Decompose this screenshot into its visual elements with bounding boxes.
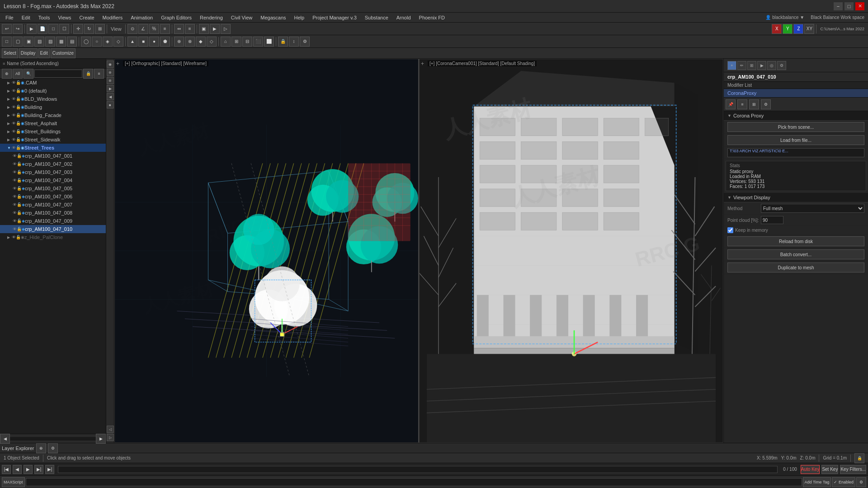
go-end-btn[interactable]: ▶|	[45, 465, 54, 474]
edit-tab[interactable]: Edit	[38, 48, 50, 58]
batch-convert-button[interactable]: Batch convert...	[727, 249, 864, 259]
tb2-btn18[interactable]: ◆	[196, 37, 206, 47]
undo-button[interactable]: ↩	[2, 24, 12, 34]
keep-in-memory-checkbox[interactable]	[727, 227, 733, 233]
spinner-snap[interactable]: ≡	[160, 24, 170, 34]
z-axis[interactable]: Z	[793, 24, 803, 34]
viewport-orthographic[interactable]: + [+] [Orthographic] [Standard] [Wirefra…	[114, 59, 419, 443]
menu-rendering[interactable]: Rendering	[196, 14, 226, 21]
menu-help[interactable]: Help	[291, 14, 308, 21]
side-tool-2[interactable]: ⊕	[107, 69, 114, 76]
tb2-btn3[interactable]: ▣	[24, 37, 33, 47]
tb2-btn5[interactable]: ▨	[45, 37, 55, 47]
lock-icon[interactable]: 🔓	[17, 227, 22, 231]
modifier-entry[interactable]: CoronaProxy	[724, 89, 868, 98]
move-tool[interactable]: ✛	[73, 24, 83, 34]
scene-item-building-facade[interactable]: ▶ 👁 🔓 ◉ Building_Facade	[0, 111, 106, 119]
play-btn[interactable]: ▶	[24, 465, 33, 474]
scene-item-crp005[interactable]: 👁 🔓 ◈ crp_AM100_047_005	[0, 184, 106, 192]
material-editor[interactable]: ▣	[199, 24, 209, 34]
layer-add-btn[interactable]: ⊕	[36, 443, 46, 453]
point-cloud-input[interactable]	[761, 216, 783, 224]
visibility-icon[interactable]: 👁	[13, 219, 17, 223]
scene-item-street-sidewalk[interactable]: ▶ 👁 🔓 ◉ Street_Sidewalk	[0, 136, 106, 144]
side-tool-3[interactable]: ⊗	[107, 77, 114, 84]
visibility-icon[interactable]: 👁	[13, 211, 17, 215]
rotate-tool[interactable]: ↻	[84, 24, 94, 34]
visibility-icon[interactable]: 👁	[12, 121, 16, 126]
menu-animation[interactable]: Animation	[127, 14, 156, 21]
maximize-button[interactable]: □	[844, 2, 854, 10]
search-btn[interactable]: 🔍	[24, 69, 33, 79]
scene-item-crp006[interactable]: 👁 🔓 ◈ crp_AM100_047_006	[0, 192, 106, 201]
sort-btn[interactable]: 🔒	[83, 69, 93, 79]
pin-btn[interactable]: 📌	[726, 99, 736, 109]
visibility-icon[interactable]: 👁	[13, 202, 17, 207]
side-tool-4[interactable]: ▶	[107, 85, 114, 92]
visibility-icon[interactable]: 👁	[12, 97, 16, 101]
horizontal-scrollbar[interactable]	[10, 437, 96, 441]
lock-icon[interactable]: 🔓	[17, 219, 22, 223]
lock-icon[interactable]: 🔓	[16, 137, 21, 142]
minimize-button[interactable]: −	[834, 2, 843, 10]
visibility-icon[interactable]: 👁	[13, 154, 17, 158]
tb2-btn16[interactable]: ⊕	[174, 37, 184, 47]
lock-icon[interactable]: 🔓	[16, 89, 21, 93]
angle-snap[interactable]: ∠	[138, 24, 148, 34]
viewport-camera[interactable]: + [+] [CoronaCamera001] [Standard] [Defa…	[419, 59, 723, 443]
visibility-icon[interactable]: 👁	[12, 129, 16, 134]
align-tool[interactable]: ≡	[185, 24, 195, 34]
tb2-btn26[interactable]: ↕	[289, 37, 299, 47]
lock-icon[interactable]: 🔓	[17, 202, 22, 207]
side-tool-8[interactable]: ▷	[107, 434, 114, 441]
lock-icon[interactable]: 🔓	[17, 162, 22, 166]
maxscript-btn[interactable]: MAXScript	[2, 477, 25, 487]
menu-views[interactable]: Views	[54, 14, 75, 21]
channel-btn[interactable]: ≡	[737, 99, 747, 109]
tb2-btn6[interactable]: ▩	[56, 37, 66, 47]
rect-select[interactable]: □	[48, 24, 58, 34]
menu-create[interactable]: Create	[76, 14, 98, 21]
viewport-plus-icon[interactable]: +	[116, 61, 119, 67]
menu-arnold[interactable]: Arnold	[393, 14, 415, 21]
menu-edit[interactable]: Edit	[18, 14, 34, 21]
timeline-slider[interactable]	[58, 466, 778, 473]
tb2-btn21[interactable]: ⊞	[231, 37, 241, 47]
window-crossing[interactable]: ☐	[59, 24, 69, 34]
lock-icon[interactable]: 🔓	[16, 105, 21, 109]
lock-icon[interactable]: 🔓	[16, 97, 21, 101]
quick-render[interactable]: ▷	[221, 24, 231, 34]
tb2-btn22[interactable]: ⊟	[242, 37, 252, 47]
redo-button[interactable]: ↪	[13, 24, 23, 34]
visibility-icon[interactable]: 👁	[13, 170, 17, 174]
corona-proxy-header[interactable]: ▼ Corona Proxy	[724, 111, 868, 121]
scene-item-street-asphalt[interactable]: ▶ 👁 🔓 ◉ Street_Asphalt	[0, 119, 106, 127]
tb2-btn9[interactable]: ○	[92, 37, 102, 47]
menu-phoenix-fd[interactable]: Phoenix FD	[415, 14, 448, 21]
lock-icon[interactable]: 🔓	[16, 235, 21, 239]
display-tab[interactable]: ◎	[767, 61, 776, 70]
add-time-tag[interactable]: Add Time Tag	[803, 477, 831, 487]
enabled-check[interactable]: ✓ Enabled	[832, 477, 855, 487]
load-from-file-button[interactable]: Load from file...	[727, 135, 864, 145]
lock-icon[interactable]: 🔓	[16, 145, 21, 150]
x-axis[interactable]: X	[772, 24, 782, 34]
copy-paste-btn[interactable]: ⊞	[749, 99, 759, 109]
expand-btn[interactable]: ≡	[94, 69, 104, 79]
tb2-btn24[interactable]: ⬜	[264, 37, 274, 47]
method-select[interactable]: Full mesh Bounding box Point cloud	[761, 204, 864, 213]
tb2-btn19[interactable]: ◇	[207, 37, 217, 47]
scene-item-crp008[interactable]: 👁 🔓 ◈ crp_AM100_047_008	[0, 209, 106, 217]
lock-icon[interactable]: 🔓	[17, 178, 22, 183]
scene-item-crp010[interactable]: 👁 🔓 ◈ crp_AM100_047_010	[0, 225, 106, 233]
display-tab[interactable]: Display	[19, 48, 38, 58]
motion-tab[interactable]: ▶	[757, 61, 766, 70]
scene-item-building[interactable]: ▶ 👁 🔓 ◉ Building	[0, 103, 106, 111]
menu-graph-editors[interactable]: Graph Editors	[157, 14, 195, 21]
side-tool-7[interactable]: ◁	[107, 426, 114, 433]
scene-item-crp007[interactable]: 👁 🔓 ◈ crp_AM100_047_007	[0, 201, 106, 209]
visibility-icon[interactable]: 👁	[12, 80, 16, 85]
tb2-btn23[interactable]: ⬛	[253, 37, 263, 47]
all-btn[interactable]: All	[13, 69, 23, 79]
tb2-btn10[interactable]: ◈	[103, 37, 113, 47]
